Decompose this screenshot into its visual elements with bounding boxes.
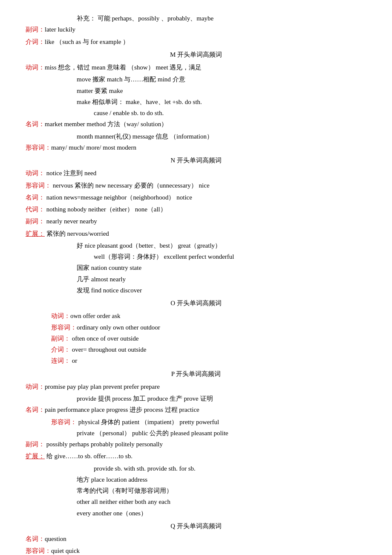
section-header: N 开头单词高频词 bbox=[26, 155, 366, 166]
content-text: over= throughout out outside bbox=[70, 346, 146, 353]
content-text: O 开头单词高频词 bbox=[170, 300, 222, 306]
indent-line: provide sb. with sth. provide sth. for s… bbox=[26, 463, 366, 474]
indent-line: every another one（ones） bbox=[26, 508, 366, 519]
content-text: like （such as 与 for example ） bbox=[45, 38, 129, 45]
content-text: M 开头单词高频词 bbox=[170, 51, 222, 58]
content-text: 补充： 可能 perhaps、possibly 、probably、maybe bbox=[77, 15, 213, 22]
content-text: promise pay play plan prevent prefer pre… bbox=[45, 383, 160, 390]
content-text: 地方 place location address bbox=[77, 476, 147, 483]
pos-label: 介词： bbox=[51, 346, 70, 353]
content-line: 代词： nothing nobody neither（either） none（… bbox=[26, 204, 366, 215]
indent-line: well（形容词：身体好） excellent perfect wonderfu… bbox=[26, 251, 366, 262]
content-line: 副词：later luckily bbox=[26, 24, 366, 35]
content-text: nation news=message neighbor（neighborhoo… bbox=[45, 194, 192, 201]
content-line: 副词： nearly never nearby bbox=[26, 216, 366, 227]
content-line: 动词：promise pay play plan prevent prefer … bbox=[26, 381, 366, 392]
pos-label: 动词： bbox=[51, 312, 70, 319]
indent-line: make 相似单词： make、have、let +sb. do sth. bbox=[26, 96, 366, 107]
indent-line: 介词： over= throughout out outside bbox=[26, 344, 366, 355]
indent-line: 国家 nation country state bbox=[26, 262, 366, 273]
section-header: O 开头单词高频词 bbox=[26, 298, 366, 309]
content-line: 扩展： 给 give……to sb. offer……to sb. bbox=[26, 451, 366, 462]
content-text: other all neither either both any each bbox=[77, 498, 170, 505]
content-text: 常考的代词（有时可做形容词用） bbox=[77, 487, 173, 494]
content-text: cause / enable sb. to do sth. bbox=[94, 110, 164, 116]
content-text: own offer order ask bbox=[70, 312, 121, 319]
indent-line: 补充： 可能 perhaps、possibly 、probably、maybe bbox=[26, 13, 366, 24]
pos-label: 名词： bbox=[26, 194, 45, 201]
indent-line: 地方 place location address bbox=[26, 474, 366, 485]
content-text: ordinary only own other outdoor bbox=[77, 324, 160, 331]
indent-line: 副词： often once of over outside bbox=[26, 333, 366, 344]
content-text: make 相似单词： make、have、let +sb. do sth. bbox=[77, 98, 202, 105]
content-text: notice 注意到 need bbox=[45, 170, 96, 176]
content-line: 形容词：many/ much/ more/ most modern bbox=[26, 142, 366, 153]
content-line: 扩展： 紧张的 nervous/worried bbox=[26, 228, 366, 239]
pos-label: 动词： bbox=[26, 383, 45, 390]
indent-line: 连词： or bbox=[26, 355, 366, 366]
indent-line: cause / enable sb. to do sth. bbox=[26, 107, 366, 119]
content-text: possibly perhaps probably politely perso… bbox=[45, 441, 163, 448]
content-text: month manner(礼仪) message 信息 （information… bbox=[77, 133, 213, 140]
content-line: 动词： notice 注意到 need bbox=[26, 168, 366, 179]
content-text: N 开头单词高频词 bbox=[170, 157, 222, 164]
indent-line: 形容词：ordinary only own other outdoor bbox=[26, 322, 366, 333]
content-text: well（形容词：身体好） excellent perfect wonderfu… bbox=[94, 253, 234, 260]
content-text: provide 提供 process 加工 produce 生产 prove 证… bbox=[77, 395, 213, 402]
pos-label: 形容词： bbox=[51, 324, 77, 331]
indent-line: move 搬家 match 与……相配 mind 介意 bbox=[26, 74, 366, 85]
content-line: 形容词： nervous 紧张的 new necessary 必要的（unnec… bbox=[26, 180, 366, 191]
pos-label: 动词： bbox=[26, 64, 45, 71]
pos-label: 形容词： bbox=[26, 547, 51, 554]
main-content: 补充： 可能 perhaps、possibly 、probably、maybe副… bbox=[26, 13, 366, 555]
content-text: or bbox=[70, 357, 77, 364]
content-text: market member method 方法（way/ solution） bbox=[45, 121, 167, 127]
pos-label: 副词： bbox=[51, 335, 70, 342]
pos-label: 代词： bbox=[26, 206, 45, 213]
content-text: nervous 紧张的 new necessary 必要的（unnecessar… bbox=[51, 182, 210, 189]
section-header: P 开头单词高频词 bbox=[26, 368, 366, 379]
content-text: miss 想念，错过 mean 意味着 （show） meet 遇见，满足 bbox=[45, 64, 202, 71]
content-text: later luckily bbox=[45, 26, 75, 33]
indent-line: month manner(礼仪) message 信息 （information… bbox=[26, 131, 366, 142]
content-text: Q 开头单词高频词 bbox=[170, 523, 222, 529]
indent-line: matter 要紧 make bbox=[26, 85, 366, 96]
content-line: 形容词：quiet quick bbox=[26, 545, 366, 555]
content-line: 名词：market member method 方法（way/ solution… bbox=[26, 119, 366, 130]
content-text: physical 身体的 patient （impatient） pretty … bbox=[77, 419, 219, 425]
content-text: often once of over outside bbox=[70, 335, 138, 342]
pos-label: 副词： bbox=[26, 26, 45, 33]
content-text: private （personal） public 公共的 pleased pl… bbox=[77, 430, 228, 436]
pos-label: 形容词： bbox=[26, 182, 51, 189]
content-text: every another one（ones） bbox=[77, 510, 147, 517]
indent-line: 动词：own offer order ask bbox=[26, 310, 366, 321]
section-header: M 开头单词高频词 bbox=[26, 49, 366, 60]
pos-label: 形容词： bbox=[51, 419, 77, 425]
content-line: 名词： nation news=message neighbor（neighbo… bbox=[26, 192, 366, 203]
pos-label: 名词： bbox=[26, 535, 45, 542]
content-line: 动词：miss 想念，错过 mean 意味着 （show） meet 遇见，满足 bbox=[26, 62, 366, 73]
content-line: 名词：pain performance place progress 进步 pr… bbox=[26, 404, 366, 415]
pos-label: 名词： bbox=[26, 406, 45, 413]
content-text: many/ much/ more/ most modern bbox=[51, 144, 136, 151]
indent-line: 好 nice pleasant good（better、best） great（… bbox=[26, 240, 366, 251]
indent-line: 常考的代词（有时可做形容词用） bbox=[26, 485, 366, 496]
indent-line: private （personal） public 公共的 pleased pl… bbox=[26, 428, 366, 439]
content-text: pain performance place progress 进步 proce… bbox=[45, 406, 199, 413]
expand-content: 紧张的 nervous/worried bbox=[45, 230, 109, 237]
pos-label: 连词： bbox=[51, 357, 70, 364]
expand-label: 扩展： bbox=[26, 230, 45, 237]
pos-label: 形容词： bbox=[26, 144, 51, 151]
indent-line: 发现 find notice discover bbox=[26, 285, 366, 296]
pos-label: 副词： bbox=[26, 218, 45, 225]
content-text: nothing nobody neither（either） none（all） bbox=[45, 206, 167, 213]
indent-line: 形容词： physical 身体的 patient （impatient） pr… bbox=[26, 416, 366, 428]
content-text: 国家 nation country state bbox=[77, 264, 141, 271]
expand-content: 给 give……to sb. offer……to sb. bbox=[45, 453, 133, 460]
content-line: 名词：question bbox=[26, 533, 366, 544]
section-header: Q 开头单词高频词 bbox=[26, 520, 366, 532]
content-text: P 开头单词高频词 bbox=[171, 370, 221, 377]
content-text: nearly never nearby bbox=[45, 218, 97, 225]
content-text: 几乎 almost nearly bbox=[77, 276, 126, 283]
content-text: move 搬家 match 与……相配 mind 介意 bbox=[77, 76, 185, 83]
